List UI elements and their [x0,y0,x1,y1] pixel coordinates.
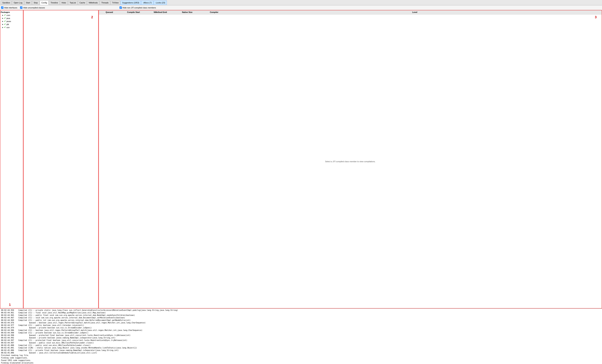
log-line: 00:02:44.965 Compiled (C1) : public fina… [1,314,601,317]
tree-arrow: ▶ [2,17,3,19]
check-mark: ✔ [4,26,6,29]
log-line: 00:02:44.997 Compiled (C1) : protected f… [1,339,601,342]
panel-number-2: 2 [91,15,93,19]
tab-top-list[interactable]: TopList [68,0,78,5]
tab-histo[interactable]: Histo [60,0,68,5]
col-header-nmethod-emit: NMethod Emit [147,11,174,14]
log-line: 00:02:45.001 Compiled (C2N) : static nat… [1,347,601,349]
tab-tri-view[interactable]: TriView [110,0,120,5]
log-line: Finding code suggestions. [1,357,601,359]
check-mark: ✔ [4,17,6,19]
col-header-queued: Queued [98,11,120,14]
tree-arrow: ▶ [2,27,3,28]
tree-arrow: ▶ [2,14,3,16]
tree-arrow: ▶ [2,21,3,22]
hide-non-jit-label: Hide non JIT-compiled class members [123,7,156,9]
hide-uncompiled-checkbox[interactable]: Hide uncompiled classes [20,6,45,9]
package-name: jdk [6,23,9,25]
hide-interfaces-checkbox[interactable]: Hide interfaces [1,6,17,9]
hide-interfaces-label: Hide interfaces [4,7,17,9]
panel-number-3: 3 [595,15,597,19]
col-header-compiler: Compiler [201,11,227,14]
upper-section: Packages ▶✔com▶✔java▶✔javax▶✔jdk▶✔sun 1 … [0,10,602,309]
hide-uncompiled-input[interactable] [20,6,22,9]
empty-compilations-message: Select a JIT-compiled class member to vi… [325,160,375,163]
log-line: 00:02:44.997 Queued : public void sun.mi… [1,342,601,344]
compilations-body: Select a JIT-compiled class member to vi… [98,14,602,309]
packages-title: Packages [1,11,22,14]
package-item-jdk[interactable]: ▶✔jdk [1,23,22,26]
middle-panel: 2 [23,10,98,309]
tab-locks[interactable]: -Locks (23) [154,0,167,5]
log-line: 00:02:44.979 Queued : private boolean su… [1,327,601,329]
tab-suggestions[interactable]: Suggestions (1953) [121,0,141,5]
package-item-java[interactable]: ▶✔java [1,17,22,20]
package-name: com [6,14,10,16]
compilations-header: QueuedCompile StartNMethod EmitNative Si… [98,10,602,14]
toolbar: SandboxOpen LogStartStopConfigTimelineHi… [0,0,602,5]
col-header-level: Level [227,11,602,14]
col-header-compile-start: Compile Start [120,11,147,14]
log-line: 00:02:44.990 Queued : protected final bo… [1,334,601,337]
hide-interfaces-input[interactable] [1,6,3,9]
tab-stop[interactable]: Stop [32,0,39,5]
log-line: Finding eliminated allocations [1,362,601,364]
package-item-com[interactable]: ▶✔com [1,14,22,17]
options-bar: Hide interfaces Hide uncompiled classes … [0,5,602,10]
log-line: 00:02:44.977 Compiled (C1) : public bool… [1,324,601,327]
log-line: 00:02:44.986 Compiled (C2) : boolean jav… [1,329,601,332]
tab-cache[interactable]: Cache [78,0,87,5]
tab-allocs[interactable]: -Allocs (7) [141,0,153,5]
log-line: 00:02:44.967 Compiled (C1) : void com.su… [1,317,601,319]
tab-threads[interactable]: Threads [100,0,110,5]
tab-sandbox[interactable]: Sandbox [1,0,12,5]
main-content: Packages ▶✔com▶✔java▶✔javax▶✔jdk▶✔sun 1 … [0,10,602,364]
package-name: sun [6,26,10,29]
tab-nmethods[interactable]: NMethods [87,0,99,5]
log-area[interactable]: 00:02:44.950 Compiled (C1) : private sta… [0,309,602,364]
check-mark: ✔ [4,23,6,25]
right-panel: 3 QueuedCompile StartNMethod EmitNative … [98,10,602,309]
package-item-sun[interactable]: ▶✔sun [1,26,22,29]
log-line: Found 1953 code suggestions. [1,359,601,362]
package-item-javax[interactable]: ▶✔javax [1,20,22,23]
check-mark: ✔ [4,14,6,16]
log-line: 00:02:45.006 Queued : java.util.Collecti… [1,352,601,354]
log-line: 00:02:44.990 Compiled (C1) : private boo… [1,332,601,334]
tab-open-log[interactable]: Open Log [12,0,24,5]
packages-panel: Packages ▶✔com▶✔java▶✔javax▶✔jdk▶✔sun 1 [0,10,23,309]
tree-arrow: ▶ [2,23,3,25]
log-line: 00:02:44.992 Queued : private boolean ja… [1,337,601,339]
hide-uncompiled-label: Hide uncompiled classes [23,7,45,9]
log-line: 00:02:44.961 Compiled (C1) : final void … [1,312,601,314]
log-line: Finished reading log file. [1,354,601,357]
col-header-native-size: Native Size [174,11,201,14]
log-line: 00:02:45.006 Compiled (C1) : private fin… [1,349,601,352]
log-line: 00:02:44.969 Compiled (C1) : public int … [1,319,601,322]
tab-start[interactable]: Start [24,0,32,5]
tab-config[interactable]: Config [40,0,49,5]
tab-timeline[interactable]: Timeline [49,0,59,5]
package-name: java [6,17,10,19]
log-line: 00:02:45.000 Compiled (C1) : public void… [1,344,601,347]
panel-number-1: 1 [9,303,11,307]
hide-non-jit-input[interactable] [119,6,122,9]
log-line: 00:02:44.976 Queued : boolean java.util.… [1,322,601,324]
check-mark: ✔ [4,20,6,22]
log-line: 00:02:44.950 Compiled (C1) : private sta… [1,309,601,312]
packages-tree: ▶✔com▶✔java▶✔javax▶✔jdk▶✔sun [1,14,22,29]
hide-non-jit-checkbox[interactable]: Hide non JIT-compiled class members [119,6,156,9]
package-name: javax [6,20,11,22]
